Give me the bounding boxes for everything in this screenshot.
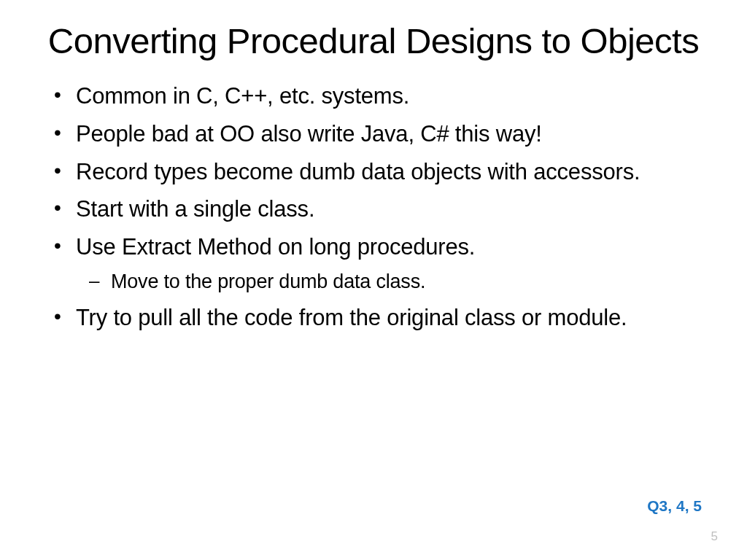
bullet-item-label: Use Extract Method on long procedures. [76,234,475,260]
bullet-item: Common in C, C++, etc. systems. [76,82,703,111]
slide-container: Converting Procedural Designs to Objects… [0,0,747,560]
bullet-item: Record types become dumb data objects wi… [76,158,703,187]
bullet-item: Try to pull all the code from the origin… [76,303,703,332]
sub-bullet-list: Move to the proper dumb data class. [76,269,703,295]
slide-title: Converting Procedural Designs to Objects [44,20,703,61]
footer-note: Q3, 4, 5 [647,497,702,515]
bullet-item: People bad at OO also write Java, C# thi… [76,120,703,149]
sub-bullet-item: Move to the proper dumb data class. [111,269,703,295]
bullet-list: Common in C, C++, etc. systems. People b… [44,82,703,332]
bullet-item: Use Extract Method on long procedures. M… [76,233,703,295]
page-number: 5 [711,529,718,544]
bullet-item: Start with a single class. [76,195,703,224]
